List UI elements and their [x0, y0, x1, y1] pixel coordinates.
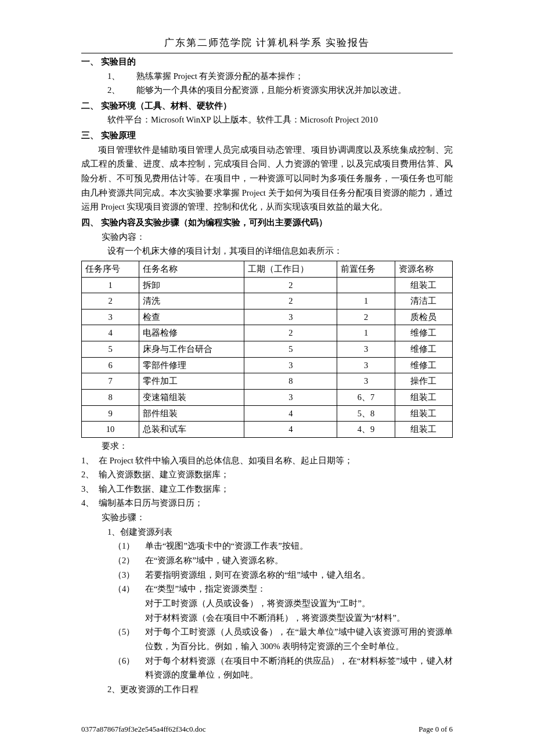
list-item: 3、输入工作数据、建立工作数据库；: [81, 482, 453, 496]
table-row: 9部件组装45、8组装工: [82, 405, 453, 422]
table-row: 10总装和试车44、9组装工: [82, 422, 453, 438]
section-4-head: 四、 实验内容及实验步骤（如为编程实验，可列出主要源代码）: [81, 218, 327, 227]
step-1: 1、创建资源列表 （1）单击“视图”选项卡中的“资源工作表”按钮。 （2）在“资…: [81, 525, 453, 682]
table-row: 5床身与工作台研合53维修工: [82, 341, 453, 358]
requirement-label: 要求：: [81, 439, 453, 453]
item-number: 2、: [107, 83, 136, 98]
project-intro: 设有一个机床大修的项目计划，其项目的详细信息如表所示：: [81, 244, 453, 258]
page-header-title: 广东第二师范学院 计算机科学系 实验报告: [81, 35, 453, 53]
section-2: 二、 实验环境（工具、材料、硬软件）: [81, 99, 453, 113]
footer-filename: 0377a87867fa9f3e2e545a4ff62f34c0.doc: [81, 723, 206, 736]
section-3-head: 三、 实验原理: [81, 131, 136, 140]
section-1: 一、 实验目的: [81, 55, 453, 69]
th-pred: 前置任务: [337, 261, 395, 277]
substep: （3）若要指明资源组，则可在资源名称的“组”域中，键入组名。: [107, 568, 453, 582]
section-3: 三、 实验原理: [81, 128, 453, 143]
table-row: 4电器检修21维修工: [82, 325, 453, 341]
content-label: 实验内容：: [81, 230, 453, 244]
substep: （2）在“资源名称”域中，键入资源名称。: [107, 553, 453, 568]
substep-4a: 对于工时资源（人员或设备），将资源类型设置为“工时”。: [107, 596, 453, 611]
table-row: 3检查32质检员: [82, 309, 453, 325]
page-footer: 0377a87867fa9f3e2e545a4ff62f34c0.doc Pag…: [81, 723, 453, 736]
table-header-row: 任务序号 任务名称 工期（工作日） 前置任务 资源名称: [82, 261, 453, 277]
section-1-head: 一、 实验目的: [81, 57, 136, 66]
list-item: 1、 熟练掌握 Project 有关资源分配的基本操作；: [107, 69, 453, 84]
table-row: 7零件加工83操作工: [82, 373, 453, 390]
step-1-title: 1、创建资源列表: [107, 525, 453, 539]
substep: （1）单击“视图”选项卡中的“资源工作表”按钮。: [107, 539, 453, 553]
steps-label: 实验步骤：: [81, 510, 453, 525]
substep: （5）对于每个工时资源（人员或设备），在“最大单位”域中键入该资源可用的资源单位…: [107, 625, 453, 653]
substep: （6）对于每个材料资源（在项目中不断消耗的供应品），在“材料标签”域中，键入材料…: [107, 654, 453, 682]
th-id: 任务序号: [82, 261, 139, 277]
list-item: 2、 能够为一个具体的项目分配资源，且能分析资源实用状况并加以改进。: [107, 83, 453, 98]
th-name: 任务名称: [139, 261, 244, 277]
requirement-list: 1、在 Project 软件中输入项目的总体信息、如项目名称、起止日期等； 2、…: [81, 453, 453, 511]
item-number: 1、: [107, 69, 136, 84]
step-2-title: 2、更改资源的工作日程: [107, 682, 453, 697]
footer-page-number: Page 0 of 6: [418, 723, 453, 736]
section-2-text: 软件平台：Microsoft WinXP 以上版本。软件工具：Microsoft…: [81, 113, 453, 127]
item-text: 熟练掌握 Project 有关资源分配的基本操作；: [136, 69, 304, 84]
section-1-items: 1、 熟练掌握 Project 有关资源分配的基本操作； 2、 能够为一个具体的…: [81, 69, 453, 98]
section-2-head: 二、 实验环境（工具、材料、硬软件）: [81, 101, 232, 110]
table-row: 1拆卸2组装工: [82, 277, 453, 293]
section-4: 四、 实验内容及实验步骤（如为编程实验，可列出主要源代码）: [81, 215, 453, 230]
substep: （4）在“类型”域中，指定资源类型：: [107, 582, 453, 596]
table-row: 2清洗21清洁工: [82, 293, 453, 309]
section-3-text: 项目管理软件是辅助项目管理人员完成项目动态管理、项目协调调度以及系统集成控制、完…: [81, 143, 453, 214]
substep-4b: 对于材料资源（会在项目中不断消耗），将资源类型设置为“材料”。: [107, 611, 453, 625]
table-row: 6零部件修理33维修工: [82, 357, 453, 373]
th-dur: 工期（工作日）: [244, 261, 337, 277]
list-item: 2、输入资源数据、建立资源数据库；: [81, 467, 453, 482]
page: 广东第二师范学院 计算机科学系 实验报告 一、 实验目的 1、 熟练掌握 Pro…: [0, 0, 534, 756]
step-2: 2、更改资源的工作日程: [81, 682, 453, 697]
item-text: 能够为一个具体的项目分配资源，且能分析资源实用状况并加以改进。: [136, 83, 406, 98]
list-item: 4、编制基本日历与资源日历；: [81, 496, 453, 510]
task-table: 任务序号 任务名称 工期（工作日） 前置任务 资源名称 1拆卸2组装工 2清洗2…: [81, 261, 453, 438]
th-res: 资源名称: [395, 261, 452, 277]
table-row: 8变速箱组装36、7组装工: [82, 389, 453, 405]
list-item: 1、在 Project 软件中输入项目的总体信息、如项目名称、起止日期等；: [81, 453, 453, 468]
